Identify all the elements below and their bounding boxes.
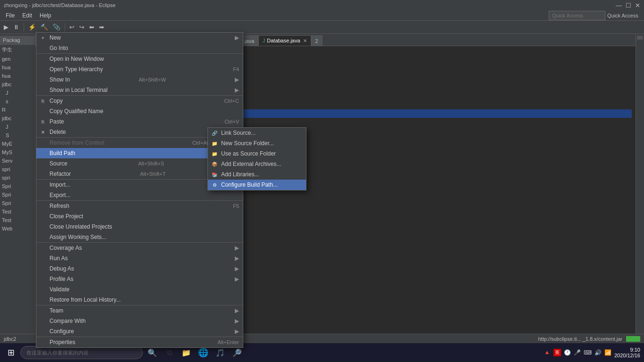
- menu-help[interactable]: Help: [36, 11, 55, 20]
- submenu-use-as-source-folder[interactable]: 📁 Use as Source Folder: [208, 148, 306, 159]
- taskbar-sys-icon-ime[interactable]: 英: [553, 349, 561, 356]
- ctx-go-into[interactable]: Go Into: [36, 43, 243, 53]
- window-controls[interactable]: — ☐ ✕: [616, 2, 640, 9]
- sidebar-item-project-21[interactable]: Test: [0, 216, 35, 224]
- sidebar-item-project-22[interactable]: Web: [0, 224, 35, 233]
- ctx-profile-as[interactable]: Profile As ▶: [36, 274, 243, 284]
- tab-overflow[interactable]: 2: [311, 35, 322, 46]
- submenu-new-source-folder-icon: 📁: [211, 140, 218, 147]
- ctx-run-arrow: ▶: [235, 255, 239, 262]
- ctx-close-unrelated[interactable]: Close Unrelated Projects: [36, 222, 243, 232]
- ctx-copy-qualified-name[interactable]: Copy Qualified Name: [36, 106, 243, 116]
- quick-access-input[interactable]: [549, 11, 605, 20]
- toolbar-btn-3[interactable]: ⚡: [26, 23, 38, 32]
- ctx-coverage-as[interactable]: Coverage As ▶: [36, 242, 243, 253]
- ctx-open-type-hierarchy[interactable]: Open Type Hierarchy F4: [36, 64, 243, 74]
- maximize-button[interactable]: ☐: [626, 2, 631, 9]
- ctx-paste-icon: ⎘: [39, 118, 47, 125]
- sidebar-item-project-6[interactable]: J: [0, 89, 35, 97]
- taskbar-sys-icon-2[interactable]: 🕐: [564, 349, 571, 356]
- ctx-validate[interactable]: Validate: [36, 284, 243, 295]
- ctx-team-arrow: ▶: [235, 307, 239, 314]
- sidebar-item-project-10[interactable]: J: [0, 123, 35, 131]
- ctx-debug-arrow: ▶: [235, 265, 239, 272]
- sidebar-item-project-16[interactable]: spri: [0, 173, 35, 182]
- toolbar-btn-5[interactable]: 📎: [51, 23, 62, 32]
- ctx-show-in[interactable]: Show In Alt+Shift+W ▶: [36, 74, 243, 85]
- ctx-export[interactable]: Export...: [36, 190, 243, 200]
- submenu-configure-build-path[interactable]: ⚙ Configure Build Path...: [208, 180, 306, 190]
- submenu-add-libraries-icon: 📚: [211, 171, 218, 178]
- ctx-coverage-arrow: ▶: [235, 245, 239, 251]
- submenu-new-source-folder[interactable]: 📁 New Source Folder...: [208, 138, 306, 148]
- sidebar-item-project-4[interactable]: hua: [0, 72, 35, 80]
- ctx-run-as[interactable]: Run As ▶: [36, 253, 243, 263]
- status-left: jdbc2: [4, 336, 16, 342]
- submenu-add-archives-icon: 📦: [211, 160, 218, 168]
- tab-database[interactable]: J Database.java ✕: [258, 35, 311, 46]
- sidebar-item-project-9[interactable]: jdbc: [0, 114, 35, 123]
- ctx-properties[interactable]: Properties Alt+Enter: [36, 337, 243, 347]
- toolbar-btn-2[interactable]: ⏸: [11, 23, 21, 32]
- taskbar-sys-icon-3[interactable]: 🎤: [574, 349, 581, 356]
- sidebar-item-project-15[interactable]: spri: [0, 165, 35, 173]
- toolbar-btn-6[interactable]: ↩: [67, 23, 76, 32]
- submenu-add-libraries[interactable]: 📚 Add Libraries...: [208, 169, 306, 180]
- start-button[interactable]: ⊞: [4, 346, 18, 359]
- taskbar-sys-icon-1[interactable]: 🔺: [544, 349, 551, 356]
- taskbar-sys-icon-5[interactable]: 🔊: [594, 349, 602, 356]
- taskbar-search-input[interactable]: [20, 346, 143, 359]
- toolbar-btn-4[interactable]: 🔨: [39, 23, 50, 32]
- sidebar-item-project-13[interactable]: MyS: [0, 148, 35, 156]
- tab-modified-indicator: ✕: [303, 38, 307, 43]
- submenu-build-path: 🔗 Link Source... 📁 New Source Folder... …: [207, 127, 306, 190]
- ctx-debug-as[interactable]: Debug As ▶: [36, 263, 243, 274]
- sidebar-item-project-14[interactable]: Serv: [0, 156, 35, 165]
- submenu-add-external-archives[interactable]: 📦 Add External Archives...: [208, 159, 306, 169]
- ctx-restore-local-history[interactable]: Restore from Local History...: [36, 295, 243, 305]
- ctx-refresh[interactable]: Refresh F5: [36, 200, 243, 211]
- ctx-copy[interactable]: ⎘ Copy Ctrl+C: [36, 95, 243, 106]
- sidebar-item-project-12[interactable]: MyE: [0, 140, 35, 148]
- toolbar-separator-2: [65, 23, 65, 32]
- minimize-button[interactable]: —: [616, 2, 622, 9]
- toolbar-btn-9[interactable]: ➡: [97, 23, 106, 32]
- ctx-configure[interactable]: Configure ▶: [36, 326, 243, 337]
- sidebar-item-project-1[interactable]: 学生: [0, 45, 35, 55]
- ctx-copy-icon: ⎘: [39, 97, 47, 105]
- toolbar-btn-8[interactable]: ⬅: [87, 23, 96, 32]
- taskbar-sys-icon-4[interactable]: ⌨: [584, 349, 592, 356]
- submenu-link-source[interactable]: 🔗 Link Source...: [208, 128, 306, 138]
- toolbar-separator-1: [24, 23, 24, 32]
- ctx-show-local-terminal[interactable]: Show in Local Terminal ▶: [36, 85, 243, 95]
- sidebar-item-project-19[interactable]: Spri: [0, 199, 35, 207]
- ctx-compare-arrow: ▶: [235, 318, 239, 324]
- sidebar-item-project-5[interactable]: jdbc: [0, 80, 35, 89]
- sidebar-item-project-11[interactable]: S: [0, 131, 35, 140]
- sidebar-item-project-18[interactable]: Spri: [0, 190, 35, 199]
- sidebar-item-project-3[interactable]: hua: [0, 63, 35, 72]
- sidebar-item-project-20[interactable]: Test: [0, 207, 35, 216]
- ctx-team[interactable]: Team ▶: [36, 305, 243, 316]
- taskbar-sys-icons: 🔺 英 🕐 🎤 ⌨ 🔊 📶 9:10 2020/12/16: [544, 347, 640, 358]
- sidebar-item-project-2[interactable]: gen: [0, 55, 35, 63]
- ctx-compare-with[interactable]: Compare With ▶: [36, 316, 243, 326]
- ctx-assign-working-sets[interactable]: Assign Working Sets...: [36, 232, 243, 242]
- taskbar-sys-icon-wifi[interactable]: 📶: [604, 349, 611, 356]
- ctx-close-project[interactable]: Close Project: [36, 211, 243, 222]
- ctx-configure-arrow: ▶: [235, 328, 239, 335]
- ctx-new-icon: +: [39, 34, 47, 41]
- ctx-new[interactable]: + New ▶: [36, 33, 243, 43]
- sidebar-item-project-7[interactable]: s: [0, 97, 35, 106]
- right-panel-scrollbar[interactable]: [637, 36, 643, 40]
- ctx-show-local-terminal-arrow: ▶: [235, 87, 239, 93]
- ctx-open-new-window[interactable]: Open in New Window: [36, 53, 243, 64]
- ctx-paste[interactable]: ⎘ Paste Ctrl+V: [36, 116, 243, 127]
- run-button[interactable]: ▶: [2, 23, 10, 32]
- close-button[interactable]: ✕: [635, 2, 640, 9]
- toolbar-btn-7[interactable]: ↪: [77, 23, 86, 32]
- menu-edit[interactable]: Edit: [18, 11, 36, 20]
- sidebar-item-project-8[interactable]: R: [0, 106, 35, 114]
- menu-file[interactable]: File: [2, 11, 18, 20]
- sidebar-item-project-17[interactable]: Spri: [0, 182, 35, 190]
